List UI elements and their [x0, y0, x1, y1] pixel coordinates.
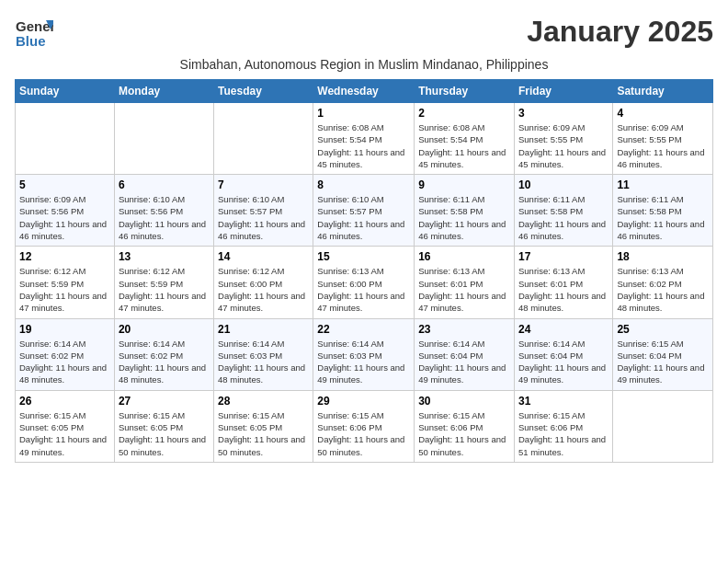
calendar-cell [16, 103, 115, 175]
day-number: 31 [518, 395, 609, 408]
day-number: 15 [317, 250, 410, 263]
day-info: Sunrise: 6:13 AM Sunset: 6:00 PM Dayligh… [317, 265, 410, 314]
calendar-cell: 13Sunrise: 6:12 AM Sunset: 5:59 PM Dayli… [114, 247, 213, 318]
calendar-cell: 15Sunrise: 6:13 AM Sunset: 6:00 PM Dayli… [313, 247, 415, 318]
calendar-cell: 23Sunrise: 6:14 AM Sunset: 6:04 PM Dayli… [415, 318, 515, 390]
day-info: Sunrise: 6:12 AM Sunset: 5:59 PM Dayligh… [19, 265, 110, 314]
month-title: January 2025 [527, 15, 713, 49]
day-header-row: SundayMondayTuesdayWednesdayThursdayFrid… [16, 80, 713, 103]
day-number: 20 [119, 323, 210, 336]
day-number: 2 [418, 107, 510, 120]
week-row-4: 19Sunrise: 6:14 AM Sunset: 6:02 PM Dayli… [16, 318, 713, 390]
day-number: 17 [518, 250, 609, 263]
calendar-cell: 27Sunrise: 6:15 AM Sunset: 6:05 PM Dayli… [114, 390, 213, 462]
calendar-cell: 31Sunrise: 6:15 AM Sunset: 6:06 PM Dayli… [514, 390, 612, 462]
calendar-cell [214, 103, 313, 175]
day-header-friday: Friday [514, 80, 612, 103]
calendar-cell: 6Sunrise: 6:10 AM Sunset: 5:56 PM Daylig… [114, 175, 213, 247]
day-info: Sunrise: 6:15 AM Sunset: 6:05 PM Dayligh… [19, 409, 110, 458]
page-header: General Blue January 2025 [15, 15, 713, 53]
day-number: 19 [19, 323, 110, 336]
calendar-cell: 24Sunrise: 6:14 AM Sunset: 6:04 PM Dayli… [514, 318, 612, 390]
calendar-cell: 8Sunrise: 6:10 AM Sunset: 5:57 PM Daylig… [313, 175, 415, 247]
day-info: Sunrise: 6:08 AM Sunset: 5:54 PM Dayligh… [317, 121, 410, 170]
calendar-cell: 3Sunrise: 6:09 AM Sunset: 5:55 PM Daylig… [514, 103, 612, 175]
calendar-cell: 28Sunrise: 6:15 AM Sunset: 6:05 PM Dayli… [214, 390, 313, 462]
day-info: Sunrise: 6:13 AM Sunset: 6:01 PM Dayligh… [518, 265, 609, 314]
day-info: Sunrise: 6:14 AM Sunset: 6:03 PM Dayligh… [218, 338, 309, 386]
day-number: 11 [617, 178, 709, 191]
day-number: 1 [317, 107, 410, 120]
day-number: 25 [617, 323, 709, 336]
day-info: Sunrise: 6:14 AM Sunset: 6:04 PM Dayligh… [518, 338, 609, 386]
day-number: 12 [19, 250, 110, 263]
day-number: 22 [317, 323, 410, 336]
day-info: Sunrise: 6:14 AM Sunset: 6:03 PM Dayligh… [317, 338, 410, 386]
day-info: Sunrise: 6:12 AM Sunset: 6:00 PM Dayligh… [218, 265, 309, 314]
calendar-cell: 22Sunrise: 6:14 AM Sunset: 6:03 PM Dayli… [313, 318, 415, 390]
calendar-cell: 2Sunrise: 6:08 AM Sunset: 5:54 PM Daylig… [415, 103, 515, 175]
calendar-cell: 25Sunrise: 6:15 AM Sunset: 6:04 PM Dayli… [613, 318, 713, 390]
calendar-cell: 9Sunrise: 6:11 AM Sunset: 5:58 PM Daylig… [415, 175, 515, 247]
calendar-table: SundayMondayTuesdayWednesdayThursdayFrid… [15, 79, 713, 463]
calendar-cell [114, 103, 213, 175]
day-number: 10 [518, 178, 609, 191]
day-info: Sunrise: 6:15 AM Sunset: 6:05 PM Dayligh… [119, 409, 210, 458]
day-number: 24 [518, 323, 609, 336]
day-number: 3 [518, 107, 609, 120]
day-number: 28 [218, 395, 309, 408]
day-header-monday: Monday [114, 80, 213, 103]
calendar-cell: 26Sunrise: 6:15 AM Sunset: 6:05 PM Dayli… [16, 390, 115, 462]
day-header-wednesday: Wednesday [313, 80, 415, 103]
calendar-cell: 4Sunrise: 6:09 AM Sunset: 5:55 PM Daylig… [613, 103, 713, 175]
day-info: Sunrise: 6:15 AM Sunset: 6:06 PM Dayligh… [418, 409, 510, 458]
day-number: 13 [119, 250, 210, 263]
week-row-2: 5Sunrise: 6:09 AM Sunset: 5:56 PM Daylig… [16, 175, 713, 247]
day-number: 27 [119, 395, 210, 408]
day-number: 26 [19, 395, 110, 408]
day-info: Sunrise: 6:15 AM Sunset: 6:04 PM Dayligh… [617, 338, 709, 386]
calendar-cell: 5Sunrise: 6:09 AM Sunset: 5:56 PM Daylig… [16, 175, 115, 247]
calendar-cell: 12Sunrise: 6:12 AM Sunset: 5:59 PM Dayli… [16, 247, 115, 318]
calendar-cell: 21Sunrise: 6:14 AM Sunset: 6:03 PM Dayli… [214, 318, 313, 390]
day-number: 4 [617, 107, 709, 120]
logo: General Blue [15, 15, 53, 53]
day-number: 6 [119, 178, 210, 191]
day-info: Sunrise: 6:13 AM Sunset: 6:01 PM Dayligh… [418, 265, 510, 314]
day-number: 23 [418, 323, 510, 336]
calendar-cell: 10Sunrise: 6:11 AM Sunset: 5:58 PM Dayli… [514, 175, 612, 247]
calendar-cell: 17Sunrise: 6:13 AM Sunset: 6:01 PM Dayli… [514, 247, 612, 318]
day-info: Sunrise: 6:10 AM Sunset: 5:56 PM Dayligh… [119, 193, 210, 242]
calendar-cell: 29Sunrise: 6:15 AM Sunset: 6:06 PM Dayli… [313, 390, 415, 462]
day-number: 29 [317, 395, 410, 408]
day-info: Sunrise: 6:10 AM Sunset: 5:57 PM Dayligh… [317, 193, 410, 242]
calendar-cell: 19Sunrise: 6:14 AM Sunset: 6:02 PM Dayli… [16, 318, 115, 390]
day-info: Sunrise: 6:13 AM Sunset: 6:02 PM Dayligh… [617, 265, 709, 314]
day-info: Sunrise: 6:15 AM Sunset: 6:05 PM Dayligh… [218, 409, 309, 458]
day-number: 18 [617, 250, 709, 263]
logo-icon: General Blue [15, 15, 53, 53]
calendar-cell: 30Sunrise: 6:15 AM Sunset: 6:06 PM Dayli… [415, 390, 515, 462]
day-info: Sunrise: 6:09 AM Sunset: 5:56 PM Dayligh… [19, 193, 110, 242]
day-number: 14 [218, 250, 309, 263]
day-info: Sunrise: 6:14 AM Sunset: 6:04 PM Dayligh… [418, 338, 510, 386]
day-number: 21 [218, 323, 309, 336]
day-header-saturday: Saturday [613, 80, 713, 103]
calendar-cell: 14Sunrise: 6:12 AM Sunset: 6:00 PM Dayli… [214, 247, 313, 318]
calendar-cell: 18Sunrise: 6:13 AM Sunset: 6:02 PM Dayli… [613, 247, 713, 318]
day-info: Sunrise: 6:09 AM Sunset: 5:55 PM Dayligh… [617, 121, 709, 170]
day-info: Sunrise: 6:14 AM Sunset: 6:02 PM Dayligh… [119, 338, 210, 386]
day-header-sunday: Sunday [16, 80, 115, 103]
day-info: Sunrise: 6:10 AM Sunset: 5:57 PM Dayligh… [218, 193, 309, 242]
day-header-tuesday: Tuesday [214, 80, 313, 103]
day-info: Sunrise: 6:15 AM Sunset: 6:06 PM Dayligh… [518, 409, 609, 458]
svg-text:Blue: Blue [16, 33, 46, 49]
calendar-cell: 20Sunrise: 6:14 AM Sunset: 6:02 PM Dayli… [114, 318, 213, 390]
calendar-cell: 7Sunrise: 6:10 AM Sunset: 5:57 PM Daylig… [214, 175, 313, 247]
day-number: 30 [418, 395, 510, 408]
day-header-thursday: Thursday [415, 80, 515, 103]
week-row-5: 26Sunrise: 6:15 AM Sunset: 6:05 PM Dayli… [16, 390, 713, 462]
day-number: 7 [218, 178, 309, 191]
week-row-1: 1Sunrise: 6:08 AM Sunset: 5:54 PM Daylig… [16, 103, 713, 175]
calendar-cell: 16Sunrise: 6:13 AM Sunset: 6:01 PM Dayli… [415, 247, 515, 318]
